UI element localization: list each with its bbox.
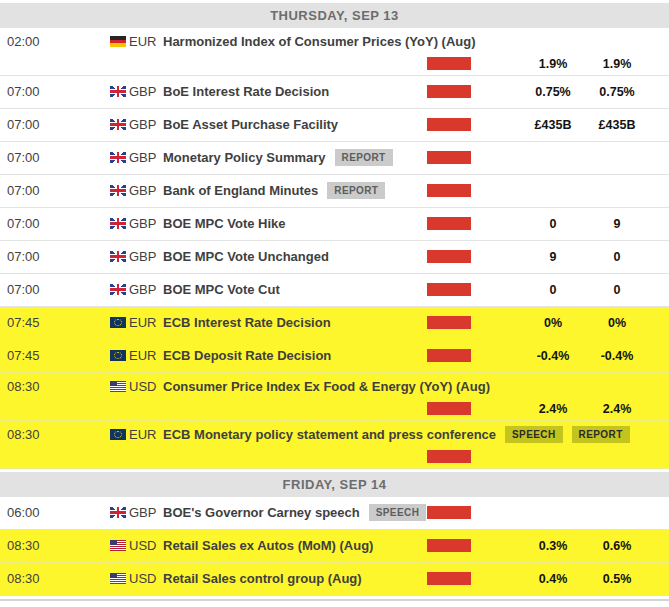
badge-report[interactable]: REPORT [335, 149, 393, 166]
badge-report[interactable]: REPORT [572, 426, 630, 443]
event-name: Bank of England Minutes [163, 183, 318, 198]
event-cell: Harmonized Index of Consumer Prices (YoY… [163, 31, 476, 53]
event-row[interactable]: 08:30EURECB Monetary policy statement an… [0, 421, 669, 469]
event-row-main-line: 07:00GBPBoE Interest Rate Decision0.75%0… [0, 81, 669, 103]
badge-report[interactable]: REPORT [327, 182, 385, 199]
event-time: 07:00 [7, 81, 40, 103]
event-row-result-line [0, 446, 669, 468]
event-row[interactable]: 07:00GBPBoE Asset Purchase Facility£435B… [0, 109, 669, 142]
event-name: Consumer Price Index Ex Food & Energy (Y… [163, 379, 490, 394]
event-time: 07:00 [7, 114, 40, 136]
de-flag-icon [110, 36, 126, 47]
redacted-actual-bar [427, 283, 471, 296]
event-cell: BOE MPC Vote Unchanged [163, 246, 329, 268]
event-row[interactable]: 06:00GBPBOE's Governor Carney speechSPEE… [0, 497, 669, 530]
currency-code: EUR [129, 345, 156, 367]
previous-value: £435B [577, 114, 657, 136]
gb-flag-icon [110, 152, 126, 163]
gb-flag-icon [110, 507, 126, 518]
badge-speech[interactable]: SPEECH [505, 426, 563, 443]
event-row-main-line: 08:30EURECB Monetary policy statement an… [0, 424, 669, 446]
event-row-main-line: 07:00GBPBOE MPC Vote Unchanged90 [0, 246, 669, 268]
economic-calendar: THURSDAY, SEP 1302:00EURHarmonized Index… [0, 0, 669, 607]
event-row[interactable]: 07:00GBPBOE MPC Vote Unchanged90 [0, 241, 669, 274]
event-row[interactable]: 07:00GBPBank of England MinutesREPORT [0, 175, 669, 208]
event-time: 02:00 [7, 31, 40, 53]
currency-code: USD [129, 535, 156, 557]
event-cell: BoE Interest Rate Decision [163, 81, 329, 103]
event-cell: BoE Asset Purchase Facility [163, 114, 338, 136]
event-row-result-line: 1.9%1.9% [0, 53, 669, 75]
currency-code: USD [129, 568, 156, 590]
event-row-main-line: 08:30USDRetail Sales ex Autos (MoM) (Aug… [0, 535, 669, 557]
event-time: 07:00 [7, 180, 40, 202]
previous-value: -0.4% [577, 345, 657, 367]
us-flag-icon [110, 540, 126, 551]
event-time: 07:00 [7, 279, 40, 301]
event-time: 07:45 [7, 345, 40, 367]
event-row[interactable]: 08:30USDRetail Sales ex Autos (MoM) (Aug… [0, 530, 669, 563]
event-row[interactable]: 08:30USDConsumer Price Index Ex Food & E… [0, 373, 669, 421]
redacted-actual-bar [427, 506, 471, 519]
event-row-main-line: 07:00GBPBoE Asset Purchase Facility£435B… [0, 114, 669, 136]
event-row[interactable]: 07:00GBPBOE MPC Vote Hike09 [0, 208, 669, 241]
event-name: BoE Interest Rate Decision [163, 84, 329, 99]
event-name: ECB Monetary policy statement and press … [163, 427, 496, 442]
currency-code: GBP [129, 180, 156, 202]
event-row-main-line: 07:00GBPMonetary Policy SummaryREPORT [0, 147, 669, 169]
event-cell: Consumer Price Index Ex Food & Energy (Y… [163, 376, 490, 398]
event-name: ECB Interest Rate Decision [163, 315, 331, 330]
event-cell: BOE's Governor Carney speechSPEECH [163, 502, 426, 524]
redacted-actual-bar [427, 316, 471, 329]
badge-speech[interactable]: SPEECH [369, 504, 427, 521]
us-flag-icon [110, 381, 126, 392]
gb-flag-icon [110, 218, 126, 229]
event-time: 06:00 [7, 502, 40, 524]
event-time: 08:30 [7, 376, 40, 398]
event-row[interactable]: 07:00GBPBOE MPC Vote Cut00 [0, 274, 669, 307]
previous-value: 0 [577, 246, 657, 268]
event-time: 08:30 [7, 424, 40, 446]
redacted-actual-bar [427, 450, 471, 463]
previous-value: 1.9% [577, 53, 657, 75]
event-row[interactable]: 02:00EURHarmonized Index of Consumer Pri… [0, 28, 669, 76]
currency-code: GBP [129, 114, 156, 136]
event-row[interactable]: 08:30USDRetail Sales control group (Aug)… [0, 563, 669, 596]
event-name: Harmonized Index of Consumer Prices (YoY… [163, 34, 476, 49]
redacted-actual-bar [427, 572, 471, 585]
currency-code: GBP [129, 246, 156, 268]
redacted-actual-bar [427, 57, 471, 70]
gb-flag-icon [110, 251, 126, 262]
event-cell: ECB Monetary policy statement and press … [163, 424, 630, 446]
previous-value: 0.6% [577, 535, 657, 557]
redacted-actual-bar [427, 151, 471, 164]
event-row[interactable]: 07:00GBPMonetary Policy SummaryREPORT [0, 142, 669, 175]
event-time: 08:30 [7, 535, 40, 557]
event-name: Retail Sales ex Autos (MoM) (Aug) [163, 538, 373, 553]
event-name: BoE Asset Purchase Facility [163, 117, 338, 132]
previous-value: 2.4% [577, 398, 657, 420]
event-row[interactable]: 07:45EURECB Deposit Rate Decision-0.4%-0… [0, 340, 669, 373]
eu-flag-icon [110, 429, 126, 440]
event-row-main-line: 08:30USDRetail Sales control group (Aug)… [0, 568, 669, 590]
event-row[interactable]: 07:45EURECB Interest Rate Decision0%0% [0, 307, 669, 340]
day-header: FRIDAY, SEP 14 [0, 472, 669, 497]
event-row[interactable]: 07:00GBPBoE Interest Rate Decision0.75%0… [0, 76, 669, 109]
event-row-main-line: 07:00GBPBOE MPC Vote Hike09 [0, 213, 669, 235]
us-flag-icon [110, 573, 126, 584]
event-row-main-line: 07:45EURECB Interest Rate Decision0%0% [0, 312, 669, 334]
previous-value: 0.75% [577, 81, 657, 103]
partial-next-header-edge [0, 599, 669, 601]
event-time: 07:00 [7, 147, 40, 169]
currency-code: EUR [129, 31, 156, 53]
previous-value: 0 [577, 279, 657, 301]
currency-code: GBP [129, 502, 156, 524]
redacted-actual-bar [427, 402, 471, 415]
event-row-result-line: 2.4%2.4% [0, 398, 669, 420]
redacted-actual-bar [427, 250, 471, 263]
eu-flag-icon [110, 350, 126, 361]
event-row-main-line: 07:45EURECB Deposit Rate Decision-0.4%-0… [0, 345, 669, 367]
event-row-main-line: 02:00EURHarmonized Index of Consumer Pri… [0, 31, 669, 53]
gb-flag-icon [110, 185, 126, 196]
event-row-main-line: 08:30USDConsumer Price Index Ex Food & E… [0, 376, 669, 398]
